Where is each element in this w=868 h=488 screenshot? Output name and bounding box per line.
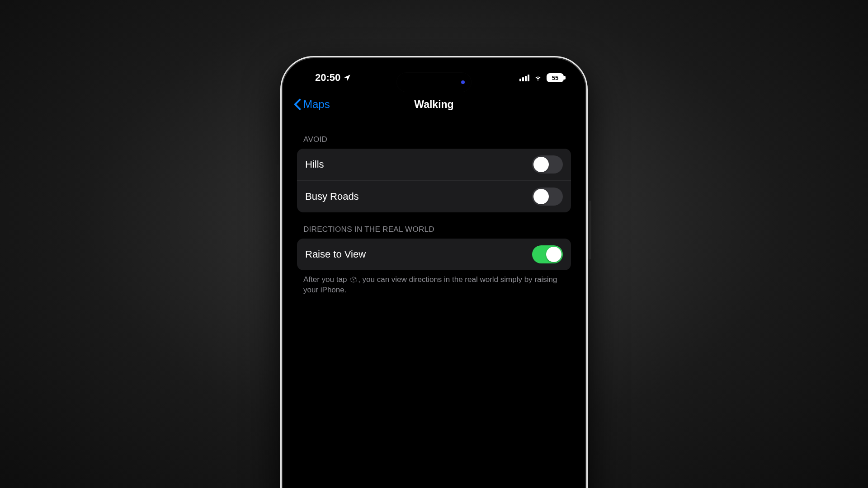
avoid-hills-switch[interactable] (532, 155, 563, 174)
avoid-busyroads-row[interactable]: Busy Roads (297, 180, 571, 212)
cellular-icon (519, 74, 529, 81)
toggle-label: Busy Roads (305, 191, 359, 202)
toggle-label: Hills (305, 159, 324, 170)
island-indicator-dot (461, 80, 465, 84)
back-label: Maps (303, 98, 330, 111)
avoid-hills-row[interactable]: Hills (297, 149, 571, 180)
directions-group: Raise to View (297, 239, 571, 270)
section-header-directions: DIRECTIONS IN THE REAL WORLD (297, 212, 571, 239)
avoid-busyroads-switch[interactable] (532, 188, 563, 206)
footer-text-prefix: After you tap (303, 275, 349, 284)
phone-frame: 20:50 55 (280, 56, 588, 488)
toggle-label: Raise to View (305, 249, 366, 260)
wifi-icon (533, 74, 543, 82)
raise-to-view-switch[interactable] (532, 245, 563, 263)
back-button[interactable]: Maps (293, 98, 330, 111)
directions-footer: After you tap , you can view directions … (297, 270, 571, 298)
avoid-group: Hills Busy Roads (297, 149, 571, 212)
section-header-avoid: AVOID (297, 122, 571, 149)
status-time: 20:50 (315, 72, 340, 84)
dynamic-island (397, 73, 471, 92)
location-icon (343, 74, 351, 82)
raise-to-view-row[interactable]: Raise to View (297, 239, 571, 270)
screen: 20:50 55 (288, 64, 580, 488)
ar-cube-icon (350, 276, 357, 283)
battery-icon: 55 (547, 73, 564, 82)
battery-percent: 55 (552, 75, 558, 81)
page-title: Walking (288, 99, 580, 111)
chevron-left-icon (293, 99, 302, 110)
nav-bar: Maps Walking (288, 92, 580, 117)
